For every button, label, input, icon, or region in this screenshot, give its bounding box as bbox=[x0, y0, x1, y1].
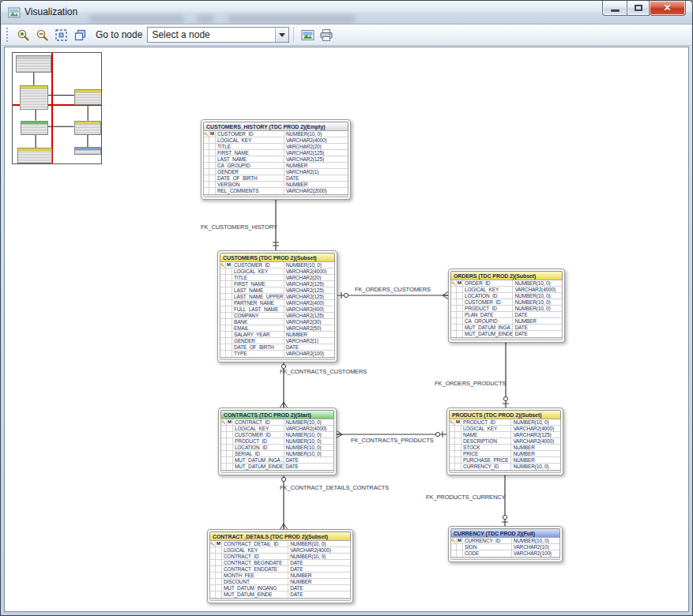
mandatory-flag: M bbox=[216, 541, 222, 547]
table-orders[interactable]: ORDERS (TDC PROD 2)(Subset)MORDER_IDNUMB… bbox=[448, 269, 565, 343]
titlebar[interactable]: Visualization ✕ bbox=[1, 1, 692, 24]
key-cell bbox=[204, 144, 209, 149]
column-type: VARCHAR2(4000) bbox=[284, 137, 348, 143]
column-name: DESCRIPTION bbox=[461, 438, 511, 444]
column-row: MUT_DATUM_EINDEDATE bbox=[210, 592, 350, 598]
print-button[interactable] bbox=[317, 26, 336, 43]
node-selector-combobox[interactable]: Select a node bbox=[147, 27, 289, 43]
mandatory-flag bbox=[227, 464, 233, 470]
restore-button[interactable] bbox=[627, 1, 650, 16]
mandatory-flag bbox=[226, 313, 232, 318]
minimap-overview[interactable] bbox=[12, 52, 102, 164]
mandatory-flag bbox=[216, 592, 222, 598]
column-name: CODE bbox=[463, 550, 512, 557]
key-cell bbox=[210, 579, 216, 584]
fit-to-window-button[interactable] bbox=[51, 26, 70, 43]
column-row: TYPEVARCHAR2(100) bbox=[220, 351, 334, 357]
column-type: NUMBER bbox=[511, 451, 560, 456]
mandatory-flag bbox=[226, 319, 232, 325]
column-type: DATE bbox=[288, 585, 350, 591]
column-name: CUSTOMER_ID bbox=[463, 299, 513, 305]
key-cell bbox=[220, 325, 226, 331]
table-footer bbox=[450, 338, 563, 340]
column-row: MCUSTOMER_IDNUMBER(10, 0) bbox=[204, 131, 348, 137]
mandatory-flag bbox=[227, 432, 233, 438]
column-row: DISCOUNTNUMBER bbox=[210, 579, 350, 585]
column-type: VARCHAR2(125) bbox=[284, 294, 334, 299]
column-type: VARCHAR2(400) bbox=[284, 306, 334, 312]
column-type: NUMBER(10, 0) bbox=[284, 445, 333, 450]
column-name: FULL_LAST_NAME bbox=[232, 306, 284, 312]
column-type: VARCHAR2(1) bbox=[284, 169, 348, 175]
column-name: DATE_OF_BIRTH bbox=[216, 175, 284, 181]
mandatory-flag bbox=[226, 351, 232, 357]
node-selector-value: Select a node bbox=[148, 29, 275, 40]
magnifier-minus-icon bbox=[36, 28, 49, 42]
table-currency[interactable]: CURRENCY (TDC PROD 2)(Full)MCURRENCY_IDN… bbox=[448, 526, 563, 562]
primary-key-icon bbox=[204, 131, 209, 137]
table-contracts[interactable]: CONTRACTS (TDC PROD 2)(Start)MCONTRACT_I… bbox=[218, 408, 337, 475]
column-row: CUSTOMER_IDNUMBER(10, 0) bbox=[221, 432, 333, 438]
column-type: NUMBER(10, 0) bbox=[284, 432, 333, 438]
column-row: LAST_NAME_UPPERVARCHAR2(125) bbox=[220, 294, 334, 300]
key-cell bbox=[204, 169, 209, 175]
key-cell bbox=[451, 312, 457, 317]
minimap-table-customers bbox=[20, 85, 48, 110]
column-name: DISCOUNT bbox=[222, 579, 288, 584]
column-row: BANKVARCHAR2(30) bbox=[220, 319, 334, 325]
column-row: FIRST_NAMEVARCHAR2(125) bbox=[220, 281, 334, 287]
diagram-canvas[interactable]: FK_CUSTOMERS_HISTORYFK_ORDERS_CUSTOMERSF… bbox=[4, 47, 689, 612]
blurred-background-text bbox=[89, 15, 184, 23]
table-contract-details[interactable]: CONTRACT_DETAILS (TDC PROD 2)(Subset)MCO… bbox=[207, 529, 353, 603]
column-type: NUMBER bbox=[288, 579, 350, 584]
table-title: CURRENCY (TDC PROD 2)(Full) bbox=[450, 528, 560, 537]
column-row: LOGICAL_KEYVARCHAR2(4000) bbox=[221, 426, 333, 432]
column-type: VARCHAR2(125) bbox=[284, 150, 348, 156]
column-name: CA_GROUPID bbox=[216, 163, 284, 168]
column-type: NUMBER(10, 0) bbox=[284, 262, 334, 268]
minimize-button[interactable] bbox=[602, 1, 627, 16]
column-name: LAST_NAME bbox=[216, 156, 284, 162]
key-cell bbox=[220, 338, 226, 344]
column-name: LOGICAL_KEY bbox=[461, 426, 511, 431]
column-type: DATE bbox=[513, 312, 562, 317]
column-row: MPRODUCT_IDNUMBER(10, 0) bbox=[450, 419, 560, 426]
table-customers[interactable]: CUSTOMERS (TDC PROD 2)(Subset)MCUSTOMER_… bbox=[217, 250, 337, 362]
column-type: VARCHAR2(4000) bbox=[511, 426, 560, 431]
column-type: DATE bbox=[288, 560, 350, 565]
mandatory-flag bbox=[216, 579, 222, 584]
toolbar-grip[interactable] bbox=[6, 28, 10, 42]
mandatory-flag bbox=[227, 438, 233, 444]
column-type: NUMBER(10, 0) bbox=[284, 451, 333, 456]
column-name: EMAIL bbox=[232, 325, 284, 331]
cascade-windows-button[interactable] bbox=[70, 26, 89, 43]
column-row: COMPANYVARCHAR2(125) bbox=[220, 313, 334, 319]
column-row: LOGICAL_KEYVARCHAR2(4000) bbox=[220, 269, 334, 275]
table-title: CONTRACTS (TDC PROD 2)(Start) bbox=[220, 410, 334, 419]
column-name: SERIAL_ID bbox=[233, 451, 284, 456]
mandatory-flag: M bbox=[227, 419, 233, 425]
table-customers-history[interactable]: CUSTOMERS_HISTORY (TDC PROD 2)(Empty)MCU… bbox=[201, 119, 351, 200]
column-type: DATE bbox=[284, 175, 348, 181]
close-button[interactable]: ✕ bbox=[650, 1, 686, 16]
mandatory-flag: M bbox=[457, 280, 463, 286]
minimap-crosshair-vertical[interactable] bbox=[51, 53, 53, 163]
key-cell bbox=[204, 156, 209, 162]
zoom-out-button[interactable] bbox=[32, 26, 51, 43]
combobox-dropdown-button[interactable] bbox=[275, 28, 288, 42]
column-row: PLAN_DATEDATE bbox=[451, 312, 562, 318]
column-type: NUMBER bbox=[284, 182, 348, 187]
table-footer bbox=[449, 471, 561, 473]
column-type: DATE bbox=[288, 592, 350, 598]
column-name: LOGICAL_KEY bbox=[222, 547, 288, 553]
key-cell bbox=[210, 566, 216, 572]
export-image-button[interactable] bbox=[298, 26, 317, 43]
column-row: CA_GROUPIDNUMBER bbox=[451, 318, 562, 325]
column-name: LOCATION_ID bbox=[233, 445, 284, 450]
window-icon bbox=[8, 6, 21, 19]
zoom-in-button[interactable] bbox=[13, 26, 32, 43]
column-name: BANK bbox=[232, 319, 284, 325]
key-cell bbox=[220, 275, 226, 280]
mandatory-flag bbox=[226, 344, 232, 350]
table-products[interactable]: PRODUCTS (TDC PROD 2)(Subset)MPRODUCT_ID… bbox=[446, 408, 563, 475]
